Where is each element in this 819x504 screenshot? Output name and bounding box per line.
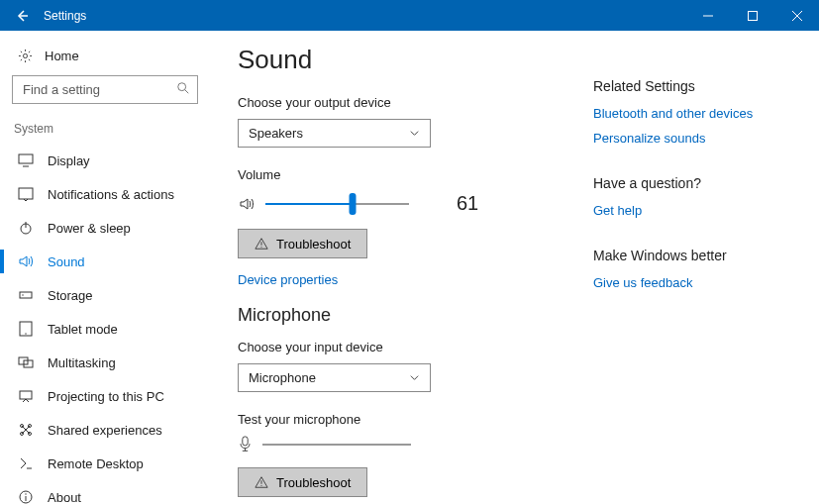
svg-point-31: [260, 485, 261, 486]
home-button[interactable]: Home: [12, 45, 208, 75]
svg-rect-8: [19, 154, 33, 163]
volume-label: Volume: [238, 167, 593, 182]
svg-point-6: [178, 83, 186, 91]
back-arrow-icon: [14, 8, 30, 24]
mic-level-meter: [262, 444, 411, 446]
troubleshoot-input-button[interactable]: Troubleshoot: [238, 467, 367, 497]
output-device-select[interactable]: Speakers: [238, 119, 431, 148]
sidebar-item-label: Notifications & actions: [48, 187, 174, 202]
troubleshoot-label: Troubleshoot: [276, 475, 351, 490]
test-mic-label: Test your microphone: [238, 412, 593, 427]
notifications-icon: [18, 186, 34, 202]
svg-rect-29: [243, 437, 248, 446]
projecting-icon: [18, 388, 34, 404]
shared-icon: [18, 422, 34, 438]
warning-icon: [255, 237, 268, 251]
chevron-down-icon: [409, 372, 420, 383]
sidebar-item-label: Shared experiences: [48, 423, 162, 438]
sidebar-item-notifications[interactable]: Notifications & actions: [12, 177, 208, 211]
remote-icon: [18, 455, 34, 471]
minimize-button[interactable]: [685, 0, 730, 31]
svg-point-25: [25, 493, 26, 494]
back-button[interactable]: [0, 0, 44, 31]
feedback-link[interactable]: Give us feedback: [593, 275, 801, 290]
tablet-icon: [18, 321, 34, 337]
titlebar: Settings: [0, 0, 819, 31]
volume-slider-thumb[interactable]: [350, 193, 357, 215]
sidebar-item-sound[interactable]: Sound: [12, 245, 208, 278]
sidebar-item-projecting[interactable]: Projecting to this PC: [12, 379, 208, 413]
multitask-icon: [18, 354, 34, 370]
main-content: Sound Choose your output device Speakers…: [238, 45, 593, 504]
storage-icon: [18, 287, 34, 303]
svg-rect-10: [19, 188, 33, 199]
speaker-icon[interactable]: [238, 195, 256, 213]
category-label: System: [12, 118, 208, 144]
microphone-heading: Microphone: [238, 305, 593, 326]
input-device-value: Microphone: [249, 370, 316, 385]
close-button[interactable]: [774, 0, 819, 31]
question-heading: Have a question?: [593, 175, 801, 191]
input-device-label: Choose your input device: [238, 340, 593, 354]
sound-icon: [18, 253, 34, 269]
sidebar-item-label: Projecting to this PC: [48, 389, 164, 404]
sidebar-item-label: Storage: [48, 288, 93, 303]
troubleshoot-output-button[interactable]: Troubleshoot: [238, 229, 367, 258]
window-controls: [685, 0, 819, 31]
feedback-heading: Make Windows better: [593, 248, 801, 263]
sidebar-item-tablet[interactable]: Tablet mode: [12, 312, 208, 346]
maximize-button[interactable]: [730, 0, 774, 31]
window-title: Settings: [44, 9, 86, 23]
output-device-label: Choose your output device: [238, 95, 593, 110]
warning-icon: [255, 475, 268, 489]
sidebar: Home System DisplayNotifications & actio…: [0, 31, 208, 504]
microphone-icon: [238, 436, 253, 454]
troubleshoot-label: Troubleshoot: [276, 237, 351, 252]
search-input[interactable]: [12, 75, 198, 104]
related-link-personalize[interactable]: Personalize sounds: [593, 131, 801, 146]
sidebar-item-power[interactable]: Power & sleep: [12, 211, 208, 245]
sidebar-item-multitask[interactable]: Multitasking: [12, 346, 208, 379]
home-label: Home: [45, 49, 79, 63]
power-icon: [18, 220, 34, 236]
svg-point-5: [23, 53, 27, 57]
svg-point-14: [22, 294, 23, 295]
volume-slider[interactable]: [265, 203, 409, 205]
svg-point-28: [260, 247, 261, 248]
svg-line-7: [185, 90, 189, 94]
right-panel: Related Settings Bluetooth and other dev…: [593, 45, 801, 504]
sidebar-item-storage[interactable]: Storage: [12, 278, 208, 312]
sidebar-item-display[interactable]: Display: [12, 144, 208, 177]
related-settings-heading: Related Settings: [593, 78, 801, 94]
output-device-properties-link[interactable]: Device properties: [238, 272, 593, 287]
volume-value: 61: [457, 192, 478, 215]
search-icon: [176, 81, 190, 95]
related-link-bluetooth[interactable]: Bluetooth and other devices: [593, 106, 801, 121]
svg-point-16: [25, 333, 26, 334]
page-title: Sound: [238, 45, 593, 75]
sidebar-item-label: Display: [48, 153, 90, 168]
sidebar-item-shared[interactable]: Shared experiences: [12, 413, 208, 447]
sidebar-item-label: About: [48, 490, 81, 505]
sidebar-item-remote[interactable]: Remote Desktop: [12, 447, 208, 480]
svg-rect-13: [20, 292, 32, 298]
gear-icon: [18, 49, 33, 63]
sidebar-item-label: Sound: [48, 254, 85, 269]
sidebar-item-about[interactable]: About: [12, 480, 208, 504]
sidebar-item-label: Power & sleep: [48, 221, 131, 236]
input-device-select[interactable]: Microphone: [238, 363, 431, 392]
chevron-down-icon: [409, 128, 420, 139]
sidebar-item-label: Multitasking: [48, 355, 116, 370]
svg-rect-19: [20, 391, 32, 399]
get-help-link[interactable]: Get help: [593, 203, 801, 218]
display-icon: [18, 152, 34, 168]
svg-rect-2: [748, 11, 757, 20]
output-device-value: Speakers: [249, 126, 303, 141]
sidebar-item-label: Remote Desktop: [48, 456, 144, 471]
about-icon: [18, 489, 34, 504]
sidebar-item-label: Tablet mode: [48, 322, 118, 337]
